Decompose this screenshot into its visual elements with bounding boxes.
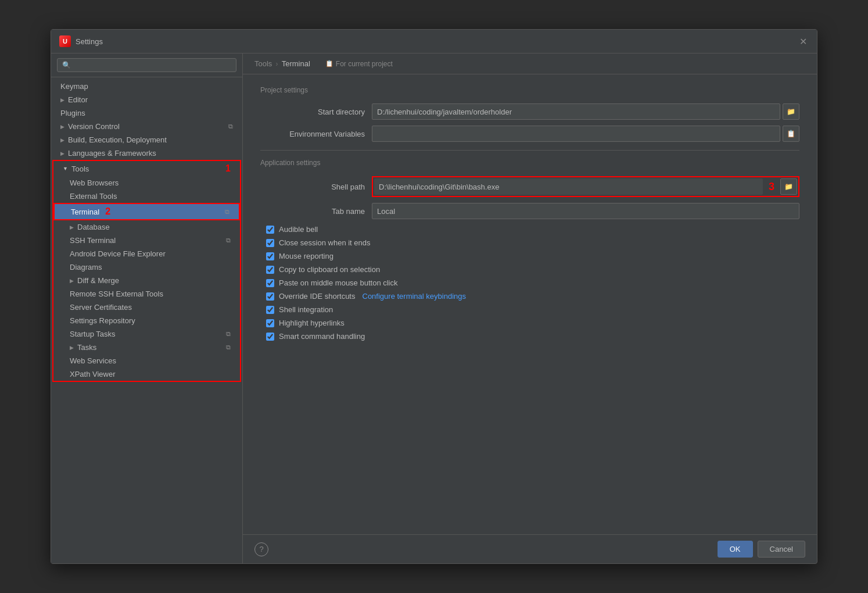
languages-label: Languages & Frameworks [68,149,156,158]
titlebar-left: U Settings [59,35,103,47]
breadcrumb-bar: Tools › Terminal 📋 For current project [243,53,817,74]
web-services-label: Web Services [70,356,116,365]
close-session-label: Close session when it ends [279,238,371,247]
database-label: Database [77,223,110,231]
sidebar-list: Keymap ▶ Editor Plugins ▶ Version Contro… [51,77,242,563]
sidebar-item-tools[interactable]: ▼ Tools 1 [53,161,240,176]
tools-arrow: ▼ [63,166,68,172]
sidebar-item-startup-tasks[interactable]: Startup Tasks ⧉ [53,327,240,341]
sidebar-item-settings-repo[interactable]: Settings Repository [53,314,240,327]
highlight-hyperlinks-label: Highlight hyperlinks [279,319,345,327]
paste-middle-label: Paste on middle mouse button click [279,278,398,287]
highlight-hyperlinks-row: Highlight hyperlinks [260,319,799,327]
sidebar-item-build-execution[interactable]: ▶ Build, Execution, Deployment [51,133,242,147]
shell-path-label: Shell path [260,183,365,191]
tab-name-input-wrap [372,203,799,219]
tab-name-label: Tab name [260,207,365,216]
diff-label: Diff & Merge [77,276,119,285]
smart-command-row: Smart command handling [260,332,799,341]
audible-bell-label: Audible bell [279,225,318,234]
dialog-footer: ? OK Cancel [243,534,817,563]
copy-clipboard-checkbox[interactable] [266,266,274,274]
sidebar-item-editor[interactable]: ▶ Editor [51,93,242,106]
sidebar-item-android[interactable]: Android Device File Explorer [53,247,240,260]
sidebar-item-external-tools[interactable]: External Tools [53,190,240,203]
sidebar: Keymap ▶ Editor Plugins ▶ Version Contro… [51,53,243,563]
sidebar-item-remote-ssh[interactable]: Remote SSH External Tools [53,287,240,301]
sidebar-item-plugins[interactable]: Plugins [51,106,242,120]
sidebar-item-server-certs[interactable]: Server Certificates [53,301,240,314]
audible-bell-row: Audible bell [260,225,799,234]
shell-path-input-wrap: 3 📁 [372,176,799,197]
editor-arrow: ▶ [60,97,64,103]
external-tools-label: External Tools [70,192,117,201]
start-directory-input[interactable] [372,103,780,120]
xpath-label: XPath Viewer [70,370,116,378]
close-session-checkbox[interactable] [266,239,274,247]
breadcrumb-project: 📋 For current project [325,60,393,68]
start-directory-input-wrap: 📁 [372,103,799,120]
mouse-reporting-row: Mouse reporting [260,252,799,260]
copy-clipboard-label: Copy to clipboard on selection [279,265,380,274]
audible-bell-checkbox[interactable] [266,226,274,234]
shell-integration-checkbox[interactable] [266,306,274,314]
sidebar-item-terminal[interactable]: Terminal 2 ⧉ [53,203,240,220]
sidebar-item-tasks[interactable]: ▶ Tasks ⧉ [53,341,240,354]
env-variables-browse-btn[interactable]: 📋 [783,126,799,142]
content-area: Project settings Start directory 📁 Envir… [243,74,817,534]
android-label: Android Device File Explorer [70,249,166,258]
sidebar-item-version-control[interactable]: ▶ Version Control ⧉ [51,120,242,133]
breadcrumb-current: Terminal [282,59,310,68]
startup-copy-icon: ⧉ [226,330,231,338]
start-directory-browse-btn[interactable]: 📁 [783,103,799,120]
diagrams-label: Diagrams [70,263,102,272]
database-arrow: ▶ [70,224,74,230]
env-variables-label: Environment Variables [260,130,365,138]
ok-button[interactable]: OK [718,541,753,558]
override-ide-label: Override IDE shortcuts [279,292,356,301]
project-label: For current project [336,60,393,68]
search-box [51,53,242,77]
highlight-hyperlinks-checkbox[interactable] [266,319,274,327]
sidebar-item-web-services[interactable]: Web Services [53,354,240,367]
tasks-arrow: ▶ [70,345,74,351]
smart-command-checkbox[interactable] [266,333,274,341]
languages-arrow: ▶ [60,151,64,156]
annotation-3: 3 [769,181,774,193]
paste-middle-checkbox[interactable] [266,279,274,287]
configure-keybindings-link[interactable]: Configure terminal keybindings [363,292,466,301]
start-directory-row: Start directory 📁 [260,103,799,120]
project-section-title: Project settings [260,86,799,94]
smart-command-label: Smart command handling [279,332,365,341]
app-icon: U [59,35,71,47]
tab-name-input[interactable] [372,203,799,219]
override-ide-row: Override IDE shortcuts Configure termina… [260,292,799,301]
mouse-reporting-checkbox[interactable] [266,252,274,260]
sidebar-item-keymap[interactable]: Keymap [51,80,242,93]
shell-path-row: Shell path 3 📁 [260,176,799,197]
breadcrumb-sep: › [275,59,278,68]
terminal-copy-icon: ⧉ [225,208,229,216]
sidebar-item-ssh-terminal[interactable]: SSH Terminal ⧉ [53,234,240,247]
shell-path-browse-btn[interactable]: 📁 [780,178,797,195]
sidebar-item-xpath[interactable]: XPath Viewer [53,367,240,381]
diff-arrow: ▶ [70,278,74,284]
sidebar-item-languages[interactable]: ▶ Languages & Frameworks [51,147,242,160]
version-control-arrow: ▶ [60,124,64,130]
shell-path-input[interactable] [374,178,763,195]
help-button[interactable]: ? [254,542,268,556]
sidebar-item-diagrams[interactable]: Diagrams [53,260,240,274]
separator-1 [260,150,799,151]
mouse-reporting-label: Mouse reporting [279,252,333,260]
annotation-2: 2 [105,206,110,217]
env-variables-input[interactable] [372,126,780,142]
server-certs-label: Server Certificates [70,303,132,312]
cancel-button[interactable]: Cancel [758,541,805,558]
search-input[interactable] [57,58,236,72]
web-browsers-label: Web Browsers [70,178,119,187]
override-ide-checkbox[interactable] [266,292,274,301]
sidebar-item-web-browsers[interactable]: Web Browsers [53,176,240,190]
sidebar-item-database[interactable]: ▶ Database [53,220,240,234]
close-button[interactable]: ✕ [797,35,809,47]
sidebar-item-diff-merge[interactable]: ▶ Diff & Merge [53,274,240,287]
